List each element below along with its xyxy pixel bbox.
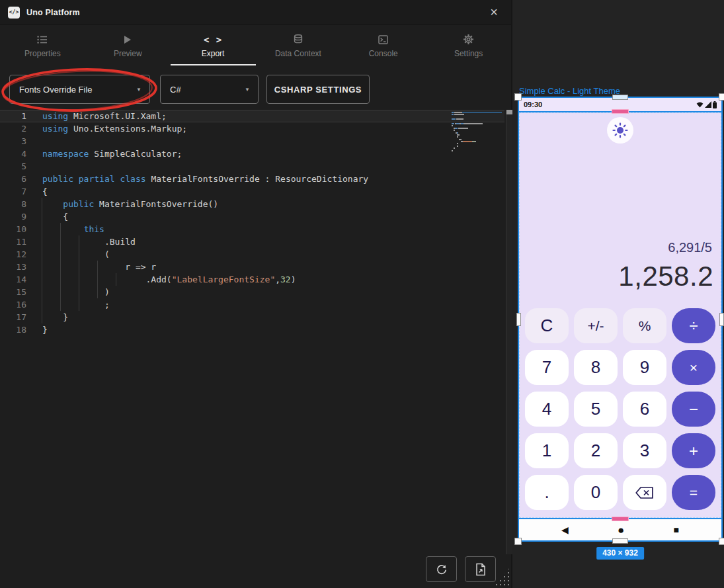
margin-handle-bottom[interactable] (612, 517, 629, 521)
tab-settings[interactable]: Settings (426, 26, 511, 66)
export-toolbar: Fonts Override File ▼ C# ▼ CSHARP SETTIN… (0, 75, 511, 104)
calc-button-6[interactable]: 6 (623, 392, 666, 427)
code-line: 7{ (0, 185, 504, 198)
calc-button-plus[interactable]: + (672, 433, 715, 468)
file-export-icon (475, 563, 487, 576)
resize-grip[interactable] (495, 567, 510, 585)
refresh-button[interactable] (426, 556, 457, 582)
code-line: 13 r => r (0, 261, 504, 273)
calc-button-4[interactable]: 4 (525, 392, 569, 427)
nav-recents-icon[interactable]: ■ (674, 525, 679, 534)
tab-bar: Properties Preview < > Export Data C (0, 26, 511, 66)
list-icon (37, 34, 48, 45)
chevron-down-icon: ▼ (136, 87, 141, 93)
size-badge: 430 × 932 (596, 547, 644, 560)
editor-scrollbar[interactable] (506, 110, 512, 554)
resize-handle-right[interactable] (719, 313, 724, 326)
status-time: 09:30 (524, 101, 542, 108)
code-lines: 1using Microsoft.UI.Xaml;2using Uno.Exte… (0, 110, 504, 336)
csharp-settings-button[interactable]: CSHARP SETTINGS (266, 75, 370, 104)
nav-home-icon[interactable]: ● (618, 525, 624, 536)
calc-button-clear[interactable]: C (525, 308, 569, 343)
file-type-dropdown[interactable]: Fonts Override File ▼ (9, 75, 150, 104)
uno-platform-window: </> Uno Platform × Properties Preview (0, 0, 724, 588)
calc-button-equals[interactable]: = (672, 475, 715, 510)
resize-handle-bottom-left[interactable] (514, 538, 522, 545)
code-line: 16 ; (0, 298, 504, 311)
calc-button-5[interactable]: 5 (574, 392, 618, 427)
calc-button-decimal[interactable]: . (525, 475, 569, 510)
device-preview-panel: Simple Calc - Light Theme 09:30 (512, 0, 724, 588)
export-file-button[interactable] (465, 556, 496, 582)
tab-data-context[interactable]: Data Context (255, 26, 341, 66)
calc-button-9[interactable]: 9 (623, 350, 666, 385)
code-line: 1using Microsoft.UI.Xaml; (0, 110, 504, 122)
window-title-bar: </> Uno Platform × (0, 0, 511, 25)
language-dropdown-value: C# (170, 85, 181, 95)
wifi-icon (696, 101, 704, 108)
tab-label: Export (202, 49, 225, 58)
tab-properties[interactable]: Properties (0, 26, 85, 66)
language-dropdown[interactable]: C# ▼ (160, 75, 259, 104)
android-nav-bar: ◀ ● ■ (519, 519, 721, 540)
code-line: 12 ( (0, 248, 504, 261)
theme-toggle-button[interactable] (607, 117, 633, 144)
minimap[interactable] (452, 112, 502, 152)
calc-button-1[interactable]: 1 (525, 433, 569, 468)
tab-label: Data Context (275, 49, 321, 58)
code-line: 9 { (0, 210, 504, 223)
tab-label: Console (369, 49, 398, 58)
calc-button-backspace[interactable] (623, 475, 666, 510)
resize-handle-top[interactable] (612, 95, 628, 100)
chevron-down-icon: ▼ (245, 87, 250, 93)
resize-handle-bottom-right[interactable] (719, 538, 724, 545)
tab-export[interactable]: < > Export (171, 26, 256, 66)
file-type-dropdown-value: Fonts Override File (19, 85, 93, 95)
calc-button-plus-minus[interactable]: +/- (574, 308, 618, 343)
calc-expression: 6,291/5 (668, 240, 712, 255)
code-line: 3 (0, 135, 504, 147)
code-line: 10 this (0, 223, 504, 235)
gear-icon (463, 34, 473, 45)
tab-preview[interactable]: Preview (85, 26, 171, 66)
calc-button-3[interactable]: 3 (623, 433, 666, 468)
terminal-icon (378, 34, 388, 45)
calc-button-divide[interactable]: ÷ (672, 308, 715, 343)
calc-result: 1,258.2 (618, 261, 713, 292)
code-brackets-icon: < > (204, 34, 222, 45)
code-editor[interactable]: 1using Microsoft.UI.Xaml;2using Uno.Exte… (0, 110, 504, 554)
resize-handle-left[interactable] (516, 313, 521, 326)
code-line: 8 public MaterialFontsOverride() (0, 198, 504, 210)
calc-button-2[interactable]: 2 (574, 433, 618, 468)
indent-guide (60, 223, 61, 311)
tab-label: Settings (454, 49, 483, 58)
calc-keypad: C+/-%÷789×456−123+.0= (525, 308, 715, 510)
calc-button-7[interactable]: 7 (525, 350, 569, 385)
close-icon[interactable]: × (486, 5, 502, 21)
calc-button-multiply[interactable]: × (672, 350, 715, 385)
app-title: Uno Platform (26, 8, 80, 17)
tab-console[interactable]: Console (341, 26, 426, 66)
indent-guide (42, 198, 42, 323)
calculator-page: 6,291/5 1,258.2 C+/-%÷789×456−123+.0= (519, 112, 721, 518)
code-line: 18} (0, 323, 504, 336)
resize-handle-bottom[interactable] (612, 538, 628, 544)
calc-button-percent[interactable]: % (623, 308, 666, 343)
resize-handle-top-left[interactable] (514, 93, 522, 101)
indent-guide (116, 273, 116, 286)
tab-label: Preview (114, 49, 142, 58)
calc-button-0[interactable]: 0 (574, 475, 618, 510)
indent-guide (97, 261, 98, 298)
margin-handle-top[interactable] (612, 109, 629, 114)
phone-frame[interactable]: 09:30 (518, 97, 723, 542)
code-line: 11 .Build (0, 235, 504, 248)
resize-handle-top-right[interactable] (719, 93, 724, 101)
code-line: 17 } (0, 311, 504, 323)
calc-button-minus[interactable]: − (672, 392, 715, 427)
calc-button-8[interactable]: 8 (574, 350, 618, 385)
app-logo-icon: </> (8, 7, 20, 19)
code-line: 6public partial class MaterialFontsOverr… (0, 173, 504, 185)
backspace-icon (635, 486, 655, 499)
nav-back-icon[interactable]: ◀ (561, 525, 569, 534)
status-icons (696, 101, 717, 108)
